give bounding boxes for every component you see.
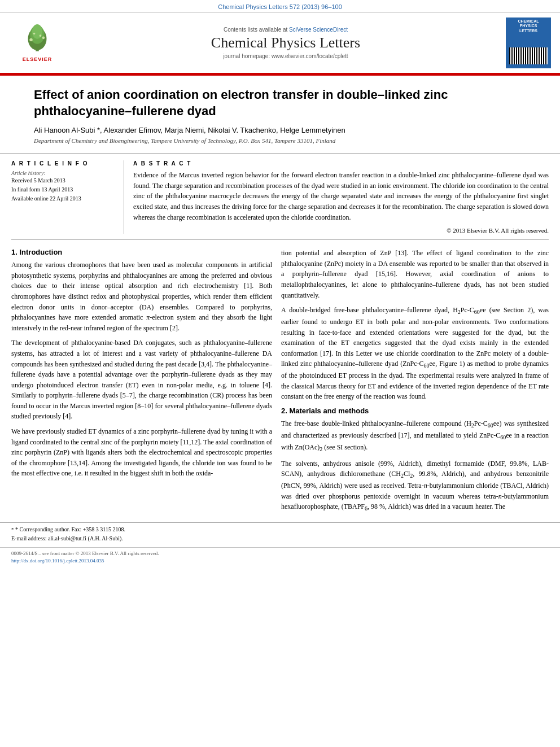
section2-heading: 2. Materials and methods xyxy=(281,407,549,415)
article-authors: Ali Hanoon Al-Subi *, Alexander Efimov, … xyxy=(34,126,526,134)
materials-para-2: The solvents, anhydrous anisole (99%, Al… xyxy=(281,458,549,514)
article-history-block: Article history: Received 5 March 2013 I… xyxy=(11,170,117,203)
right-para-1: tion potential and absorption of ZnP [13… xyxy=(281,248,549,300)
svg-point-7 xyxy=(40,34,42,37)
elsevier-logo: ELSEVIER xyxy=(9,24,65,62)
journal-title: Chemical Physics Letters xyxy=(65,34,506,51)
elsevier-tree-icon xyxy=(20,24,54,55)
cover-barcode xyxy=(509,47,548,64)
info-abstract-area: A R T I C L E I N F O Article history: R… xyxy=(0,154,560,234)
article-info-col: A R T I C L E I N F O Article history: R… xyxy=(11,160,124,234)
homepage-line: journal homepage: www.elsevier.com/locat… xyxy=(65,53,506,59)
sciverse-line: Contents lists available at SciVerse Sci… xyxy=(65,27,506,33)
footnotes-area: * * Corresponding author. Fax: +358 3 31… xyxy=(0,522,560,547)
svg-point-4 xyxy=(29,38,33,41)
article-affiliation: Department of Chemistry and Bioengineeri… xyxy=(34,137,526,144)
final-form-date: In final form 13 April 2013 xyxy=(11,185,117,194)
svg-point-6 xyxy=(33,32,36,34)
section2-title: 2. Materials and methods xyxy=(281,407,369,415)
received-date: Received 5 March 2013 xyxy=(11,176,117,185)
article-info-heading: A R T I C L E I N F O xyxy=(11,160,117,167)
footnote-email: E-mail address: ali.al-subi@tut.fi (A.H.… xyxy=(11,534,549,543)
journal-top-bar: Chemical Physics Letters 572 (2013) 96–1… xyxy=(0,0,560,13)
abstract-col: A B S T R A C T Evidence of the Marcus i… xyxy=(133,160,549,234)
svg-point-5 xyxy=(42,36,45,39)
intro-para-1: Among the various chromophores that have… xyxy=(11,260,272,333)
available-date: Available online 22 April 2013 xyxy=(11,194,117,203)
intro-para-3: We have previously studied ET dynamics o… xyxy=(11,426,272,479)
doi-line: http://dx.doi.org/10.1016/j.cplett.2013.… xyxy=(11,557,549,565)
svg-point-3 xyxy=(32,24,42,39)
cover-title: CHEMICALPHYSICSLETTERS xyxy=(518,19,539,33)
header-center: Contents lists available at SciVerse Sci… xyxy=(65,27,506,59)
right-para-2: A double-bridged free-base phthalocyanin… xyxy=(281,305,549,402)
article-title: Effect of anion coordination on electron… xyxy=(34,87,526,119)
left-column: 1. Introduction Among the various chromo… xyxy=(11,248,272,518)
abstract-text: Evidence of the Marcus inverted region b… xyxy=(133,170,549,222)
section-title-text: Introduction xyxy=(19,248,62,256)
footnote-star: * * Corresponding author. Fax: +358 3 31… xyxy=(11,525,549,534)
abstract-heading: A B S T R A C T xyxy=(133,160,549,167)
elsevier-label-text: ELSEVIER xyxy=(23,56,53,62)
journal-header: ELSEVIER Contents lists available at Sci… xyxy=(0,13,560,74)
section-num: 1. xyxy=(11,248,18,256)
copyright-line: © 2013 Elsevier B.V. All rights reserved… xyxy=(133,227,549,234)
bottom-info: 0009-2614/$ – see front matter © 2013 El… xyxy=(0,547,560,567)
main-body: 1. Introduction Among the various chromo… xyxy=(0,240,560,518)
issn-line: 0009-2614/$ – see front matter © 2013 El… xyxy=(11,550,549,558)
journal-citation: Chemical Physics Letters 572 (2013) 96–1… xyxy=(218,3,342,10)
article-title-section: Effect of anion coordination on electron… xyxy=(0,76,560,154)
doi-link[interactable]: http://dx.doi.org/10.1016/j.cplett.2013.… xyxy=(11,558,104,563)
right-column: tion potential and absorption of ZnP [13… xyxy=(281,248,549,518)
introduction-heading: 1. Introduction xyxy=(11,248,272,256)
history-label: Article history: xyxy=(11,170,117,176)
sciverse-link[interactable]: SciVerse ScienceDirect xyxy=(289,27,348,33)
materials-para-1: The free-base double-linked phthalocyani… xyxy=(281,418,549,454)
journal-cover: CHEMICALPHYSICSLETTERS xyxy=(506,18,551,68)
intro-para-2: The development of phthalocyanine-based … xyxy=(11,338,272,422)
